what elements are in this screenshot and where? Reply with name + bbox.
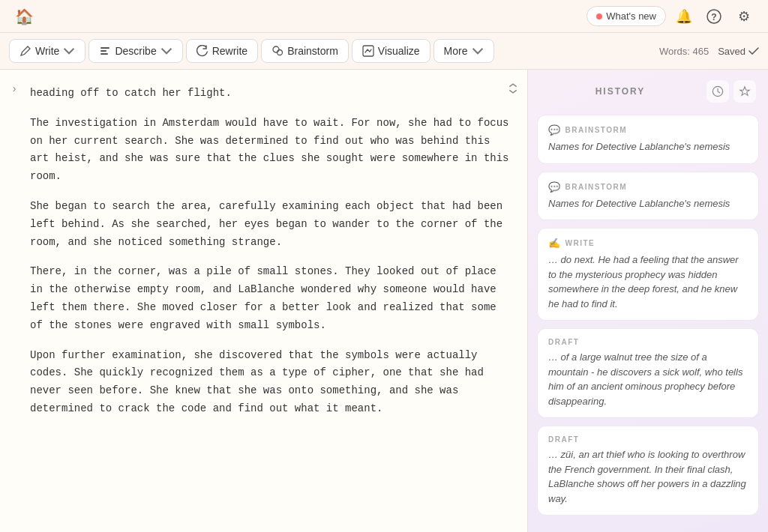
editor-paragraph-0: heading off to catch her flight. <box>30 85 509 103</box>
brainstorm-type-icon-0: 💬 <box>548 124 562 136</box>
visualize-button[interactable]: Visualize <box>352 39 430 63</box>
collapse-icon <box>508 83 518 94</box>
rewrite-icon <box>196 45 208 57</box>
editor-paragraph-3: There, in the corner, was a pile of smal… <box>30 263 509 334</box>
help-button[interactable]: ? <box>702 4 726 28</box>
write-icon <box>20 45 32 57</box>
brainstorm-label: Brainstorm <box>287 45 338 57</box>
history-card-3[interactable]: DRAFT … of a large walnut tree the size … <box>537 328 759 418</box>
editor-content: heading off to catch her flight. The inv… <box>18 82 509 418</box>
saved-label: Saved <box>718 46 746 57</box>
more-dropdown-icon <box>472 45 484 57</box>
word-count: Words: 465 <box>659 46 709 57</box>
history-panel: HISTORY 💬 B <box>528 70 768 532</box>
main-content: › heading off to catch her flight. The i… <box>0 70 768 532</box>
history-card-3-type: DRAFT <box>548 338 748 346</box>
history-card-0-type-label: BRAINSTORM <box>566 126 628 134</box>
svg-rect-3 <box>100 50 106 52</box>
editor-paragraph-2: She began to search the area, carefully … <box>30 198 509 251</box>
svg-point-6 <box>278 50 283 55</box>
svg-rect-2 <box>100 47 110 49</box>
history-card-1-type-label: BRAINSTORM <box>566 183 628 191</box>
history-card-2-type-label: WRITE <box>566 239 596 247</box>
history-card-4-type: DRAFT <box>548 435 748 444</box>
history-card-3-text: … of a large walnut tree the size of a m… <box>548 350 748 408</box>
visualize-icon <box>362 45 374 57</box>
write-dropdown-icon <box>63 45 75 57</box>
nav-right: What's new 🔔 ? ⚙ <box>586 4 756 28</box>
write-label: Write <box>35 45 59 57</box>
whats-new-button[interactable]: What's new <box>586 6 666 26</box>
editor-toggle-button[interactable]: › <box>6 80 22 97</box>
editor-paragraph-4: Upon further examination, she discovered… <box>30 347 509 418</box>
toolbar-right: Words: 465 Saved <box>659 46 759 57</box>
history-header-icons <box>706 80 756 103</box>
editor-paragraph-1: The investigation in Amsterdam would hav… <box>30 115 509 186</box>
history-card-1[interactable]: 💬 BRAINSTORM Names for Detective Lablanc… <box>537 172 759 221</box>
notification-dot <box>596 13 602 19</box>
history-star-button[interactable] <box>734 80 756 103</box>
history-card-0-type: 💬 BRAINSTORM <box>548 124 748 136</box>
history-card-1-text: Names for Detective Lablanche's nemesis <box>548 196 748 211</box>
write-button[interactable]: Write <box>9 39 86 63</box>
whats-new-label: What's new <box>606 10 656 22</box>
history-card-1-type: 💬 BRAINSTORM <box>548 181 748 193</box>
more-label: More <box>444 45 468 57</box>
more-button[interactable]: More <box>434 39 494 63</box>
home-button[interactable]: 🏠 <box>12 4 36 28</box>
top-nav: 🏠 What's new 🔔 ? ⚙ <box>0 0 768 33</box>
history-title: HISTORY <box>540 86 700 97</box>
toolbar: Write Describe Rewrite Brainstorm Visual… <box>0 33 768 70</box>
svg-text:?: ? <box>711 12 716 22</box>
brainstorm-type-icon-1: 💬 <box>548 181 562 193</box>
history-header: HISTORY <box>528 70 768 109</box>
editor-panel[interactable]: › heading off to catch her flight. The i… <box>0 70 528 532</box>
describe-label: Describe <box>115 45 156 57</box>
write-type-icon-2: ✍ <box>548 238 562 249</box>
describe-icon <box>99 45 111 57</box>
history-card-0[interactable]: 💬 BRAINSTORM Names for Detective Lablanc… <box>537 115 759 164</box>
history-list: 💬 BRAINSTORM Names for Detective Lablanc… <box>528 109 768 532</box>
svg-rect-4 <box>100 53 108 55</box>
history-card-4-type-label: DRAFT <box>548 435 579 444</box>
rewrite-button[interactable]: Rewrite <box>186 39 258 63</box>
brainstorm-button[interactable]: Brainstorm <box>261 39 349 63</box>
describe-button[interactable]: Describe <box>88 39 182 63</box>
history-card-2-type: ✍ WRITE <box>548 238 748 249</box>
editor-collapse-button[interactable] <box>505 80 521 97</box>
visualize-label: Visualize <box>378 45 420 57</box>
rewrite-label: Rewrite <box>212 45 248 57</box>
svg-point-5 <box>273 46 279 52</box>
help-icon: ? <box>706 9 722 24</box>
saved-badge: Saved <box>718 46 759 57</box>
clock-icon <box>712 85 724 97</box>
history-card-2[interactable]: ✍ WRITE … do next. He had a feeling that… <box>537 228 759 321</box>
svg-rect-7 <box>363 46 374 56</box>
history-card-4[interactable]: DRAFT … züi, an art thief who is looking… <box>537 426 759 516</box>
star-icon <box>739 85 751 97</box>
settings-button[interactable]: ⚙ <box>732 4 756 28</box>
brainstorm-icon <box>272 45 284 57</box>
history-clock-button[interactable] <box>706 80 729 103</box>
checkmark-icon <box>748 47 759 55</box>
history-card-2-text: … do next. He had a feeling that the ans… <box>548 253 748 311</box>
bell-button[interactable]: 🔔 <box>672 4 696 28</box>
describe-dropdown-icon <box>160 45 172 57</box>
history-card-3-type-label: DRAFT <box>548 338 579 346</box>
history-card-0-text: Names for Detective Lablanche's nemesis <box>548 139 748 154</box>
history-card-4-text: … züi, an art thief who is looking to ov… <box>548 447 748 506</box>
